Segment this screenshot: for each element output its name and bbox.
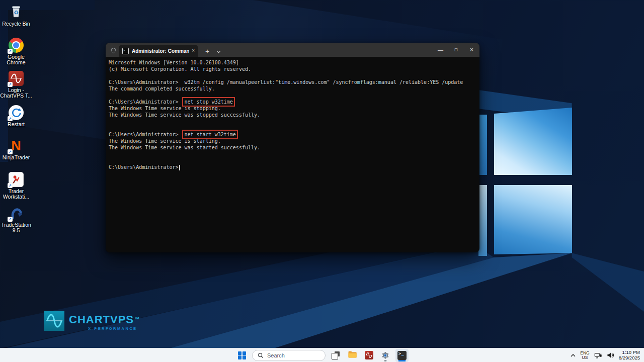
terminal-taskbar-icon: >_ xyxy=(397,351,407,360)
terminal-cursor xyxy=(179,165,180,170)
terminal-line: C:\Users\Administrator>net stop w32time xyxy=(109,99,476,105)
system-tray: ENG US 1:10 PM 8/29/2025 xyxy=(571,348,640,362)
taskbar-file-explorer-button[interactable] xyxy=(346,349,359,362)
windows-start-icon xyxy=(238,351,246,359)
desktops-icon xyxy=(332,351,340,359)
terminal-tab[interactable]: >_ Administrator: Command Pro × xyxy=(119,45,198,57)
tray-date: 8/29/2025 xyxy=(619,355,640,361)
window-caption-buttons: — □ × xyxy=(433,43,479,57)
search-placeholder: Search xyxy=(267,352,285,358)
file-explorer-icon xyxy=(348,350,357,360)
terminal-line: C:\Users\Administrator>w32tm /config /ma… xyxy=(109,79,476,85)
terminal-output[interactable]: Microsoft Windows [Version 10.0.26100.43… xyxy=(106,57,479,173)
desktop-icon-label: Restart xyxy=(8,122,25,127)
desktop-icon-recycle-bin[interactable]: ♻ Recycle Bin xyxy=(0,4,32,27)
start-button[interactable] xyxy=(235,349,249,362)
settings-gear-icon xyxy=(381,351,390,360)
shortcut-arrow-icon: ↗ xyxy=(8,82,13,87)
windows-logo-pane xyxy=(478,185,487,256)
terminal-line: The Windows Time service was started suc… xyxy=(109,144,476,151)
cmd-icon: >_ xyxy=(122,48,129,54)
desktop-icon-restart[interactable]: ↗ Restart xyxy=(0,105,32,127)
terminal-window: >_ Administrator: Command Pro × + — □ × … xyxy=(106,43,479,252)
taskbar-terminal-button[interactable]: >_ xyxy=(395,349,409,362)
terminal-command-highlighted: net start w32time xyxy=(184,132,235,137)
terminal-line: The Windows Time service is stopping. xyxy=(109,105,476,112)
watermark-tm: TM xyxy=(134,316,139,320)
ninjatrader-icon: N xyxy=(11,138,21,153)
desktop-icon-label: TradeStation 9.5 xyxy=(0,222,32,233)
admin-shield-icon xyxy=(110,47,117,54)
search-icon xyxy=(258,352,264,358)
terminal-prompt: C:\Users\Administrator> xyxy=(109,164,178,170)
new-tab-button[interactable]: + xyxy=(205,48,209,55)
volume-icon[interactable] xyxy=(607,352,614,358)
active-window-indicator xyxy=(398,360,406,361)
close-button[interactable]: × xyxy=(464,43,479,57)
terminal-command-highlighted: net stop w32time xyxy=(184,99,232,105)
terminal-line-blank xyxy=(109,72,476,79)
terminal-prompt: C:\Users\Administrator> xyxy=(109,99,178,105)
terminal-prompt: C:\Users\Administrator> xyxy=(109,132,178,137)
watermark-subtitle: X-PERFORMANCE xyxy=(69,326,139,331)
desktop-icon-label: Login - ChartVPS T... xyxy=(0,87,32,99)
network-icon[interactable] xyxy=(594,352,602,359)
terminal-line: C:\Users\Administrator>net start w32time xyxy=(109,131,476,138)
tab-close-icon[interactable]: × xyxy=(192,48,195,53)
recycle-bin-icon: ♻ xyxy=(9,4,24,21)
desktop: ♻ Recycle Bin ↗ Google Chrome ↗ Login - … xyxy=(0,0,644,362)
desktop-icon-label: Google Chrome xyxy=(0,54,32,65)
tray-chevron-icon[interactable] xyxy=(571,354,576,357)
terminal-line: The command completed successfully. xyxy=(109,85,476,92)
svg-text:♻: ♻ xyxy=(14,10,19,16)
terminal-line: Microsoft Windows [Version 10.0.26100.43… xyxy=(109,59,476,66)
running-indicator xyxy=(384,360,387,361)
windows-logo-pane xyxy=(494,108,572,175)
terminal-line: The Windows Time service was stopped suc… xyxy=(109,112,476,118)
shortcut-arrow-icon: ↗ xyxy=(8,183,13,188)
shortcut-arrow-icon: ↗ xyxy=(8,116,13,121)
shortcut-arrow-icon: ↗ xyxy=(8,149,13,154)
shortcut-arrow-icon: ↗ xyxy=(8,49,13,54)
tab-title: Administrator: Command Pro xyxy=(132,48,189,54)
terminal-line: The Windows Time service is starting. xyxy=(109,138,476,144)
terminal-line-blank xyxy=(109,157,476,164)
desktop-icon-google-chrome[interactable]: ↗ Google Chrome xyxy=(0,37,32,65)
taskbar-desktops-button[interactable] xyxy=(329,349,342,362)
watermark-brand: CHARTVPS xyxy=(69,313,134,326)
windows-logo-pane xyxy=(478,115,487,175)
chartvps-watermark: CHARTVPSTM X-PERFORMANCE xyxy=(44,311,139,331)
desktop-icon-trader-workstation[interactable]: ↗ Trader Workstati... xyxy=(0,171,32,200)
desktop-icon-chartvps-login[interactable]: ↗ Login - ChartVPS T... xyxy=(0,70,32,99)
desktop-icon-label: Trader Workstati... xyxy=(0,189,32,200)
chartvps-taskbar-icon xyxy=(365,351,373,359)
minimize-button[interactable]: — xyxy=(433,43,448,57)
language-indicator[interactable]: ENG US xyxy=(580,351,589,360)
desktop-icon-ninjatrader[interactable]: N ↗ NinjaTrader xyxy=(0,138,32,160)
terminal-command: w32tm /config /manualpeerlist:"time.wind… xyxy=(184,79,463,85)
taskbar-center-group: Search xyxy=(235,348,409,362)
taskbar-search[interactable]: Search xyxy=(252,350,326,361)
terminal-line-blank xyxy=(109,92,476,99)
windows-logo-pane xyxy=(494,185,572,254)
terminal-prompt: C:\Users\Administrator> xyxy=(109,79,178,85)
taskbar-chartvps-button[interactable] xyxy=(362,349,375,362)
desktop-icon-label: NinjaTrader xyxy=(3,155,30,160)
terminal-line: (c) Microsoft Corporation. All rights re… xyxy=(109,66,476,72)
terminal-line: C:\Users\Administrator> xyxy=(109,164,476,170)
shortcut-arrow-icon: ↗ xyxy=(8,217,13,222)
terminal-titlebar[interactable]: >_ Administrator: Command Pro × + — □ × xyxy=(106,43,479,57)
taskbar: Search xyxy=(0,348,644,362)
chartvps-logo-icon xyxy=(44,311,64,331)
terminal-line-blank xyxy=(109,125,476,131)
taskbar-settings-button[interactable] xyxy=(379,349,392,362)
terminal-line-blank xyxy=(109,118,476,125)
maximize-button[interactable]: □ xyxy=(448,43,464,57)
desktop-icon-label: Recycle Bin xyxy=(2,21,30,27)
tray-time: 1:10 PM xyxy=(619,350,640,355)
tab-dropdown-button[interactable] xyxy=(216,50,221,53)
clock[interactable]: 1:10 PM 8/29/2025 xyxy=(619,350,640,360)
terminal-line-blank xyxy=(109,151,476,157)
desktop-icon-tradestation[interactable]: ↗ TradeStation 9.5 xyxy=(0,205,32,233)
